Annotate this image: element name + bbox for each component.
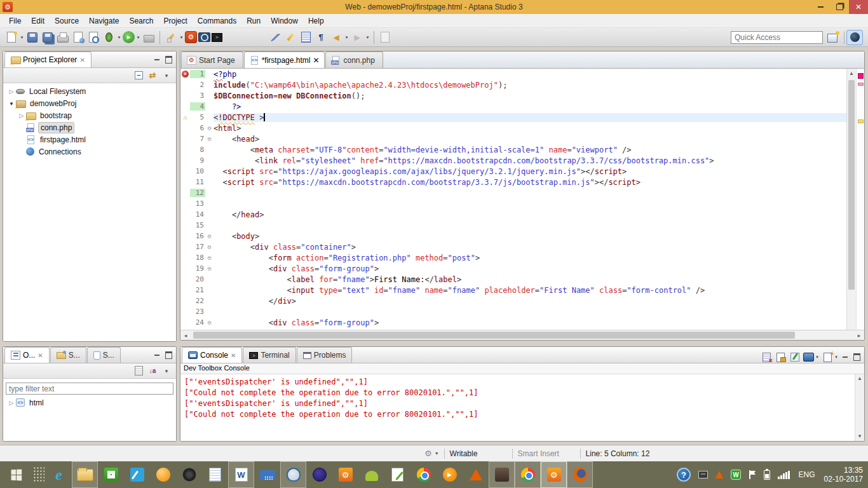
- scrollbar-thumb[interactable]: [848, 80, 855, 290]
- show-whitespace-icon[interactable]: [314, 30, 328, 44]
- tree-item-html[interactable]: ▷html: [3, 396, 176, 409]
- view-tab-o[interactable]: O...✕: [4, 347, 50, 363]
- taskbar-file-explorer[interactable]: [72, 461, 98, 488]
- code-line[interactable]: 22 </div>: [180, 295, 846, 306]
- tree-item-conn-php[interactable]: conn.php: [3, 121, 176, 133]
- code-line[interactable]: 10 <script src="https://ajax.googleapis.…: [180, 166, 846, 177]
- export-web-icon[interactable]: [71, 30, 85, 44]
- editor-tab-conn-php[interactable]: conn.php: [325, 51, 383, 68]
- taskbar-orange-ball-app[interactable]: [150, 461, 176, 488]
- dropdown-arrow-icon[interactable]: ▾: [116, 35, 122, 40]
- dropdown-arrow-icon[interactable]: ▾: [815, 355, 820, 360]
- code-line[interactable]: 6⊖<html>: [180, 123, 846, 133]
- menu-navigate[interactable]: Navigate: [84, 15, 124, 27]
- menu-source[interactable]: Source: [50, 15, 84, 27]
- quick-access-input[interactable]: [731, 31, 823, 44]
- console-tab-problems[interactable]: Problems: [297, 347, 353, 363]
- taskbar-chrome[interactable]: [410, 461, 437, 488]
- clock[interactable]: 13:35 02-10-2017: [824, 466, 863, 484]
- search-doc-icon[interactable]: [86, 30, 100, 44]
- dropdown-arrow-icon[interactable]: ▾: [179, 35, 184, 40]
- taskbar-chrome-running[interactable]: [515, 461, 541, 488]
- terminal-icon[interactable]: [212, 33, 222, 42]
- console-scrollbar[interactable]: ▲▼: [855, 374, 864, 441]
- code-line[interactable]: 2include("C:\wamp64\bin\apache\apache2.4…: [180, 79, 846, 90]
- network-signal-icon[interactable]: [778, 470, 790, 479]
- taskbar-touch-keyboard[interactable]: [254, 461, 280, 488]
- dropdown-arrow-icon[interactable]: ▼: [435, 451, 439, 456]
- close-button[interactable]: ✕: [849, 0, 868, 14]
- tree-item-firstpage-html[interactable]: firstpage.html: [3, 133, 176, 146]
- close-tab-icon[interactable]: ✕: [37, 352, 43, 359]
- action-center-flag-icon[interactable]: [749, 470, 756, 479]
- menu-file[interactable]: File: [4, 15, 26, 27]
- view-tab-s[interactable]: S...: [87, 347, 121, 363]
- editor-vertical-scrollbar[interactable]: ▲: [846, 69, 856, 330]
- forward-icon[interactable]: [350, 30, 364, 44]
- save-all-icon[interactable]: [41, 30, 55, 44]
- collapse-all-icon[interactable]: [133, 70, 144, 81]
- maximize-view-icon[interactable]: [163, 350, 173, 360]
- minimize-view-icon[interactable]: [152, 350, 162, 360]
- minimize-view-icon[interactable]: [840, 352, 850, 362]
- statusbar-gear-icon[interactable]: ⚙: [424, 449, 432, 458]
- close-tab-icon[interactable]: ✕: [313, 56, 319, 65]
- taskbar-internet-explorer[interactable]: e: [46, 461, 72, 488]
- taskbar-dark-disc-app[interactable]: [176, 461, 202, 488]
- code-line[interactable]: 12: [180, 187, 846, 198]
- web-perspective-icon[interactable]: [846, 30, 863, 45]
- taskbar-notepad[interactable]: [202, 461, 228, 488]
- scroll-left-arrow-icon[interactable]: ◂: [180, 332, 191, 339]
- taskbar-notepad-plus-plus[interactable]: [384, 461, 410, 488]
- code-line[interactable]: 21 <input type="text" id="fname" name="f…: [180, 285, 846, 295]
- maximize-view-icon[interactable]: [163, 55, 173, 65]
- tree-item-connections[interactable]: Connections: [3, 146, 176, 158]
- new-wizard-icon[interactable]: [4, 30, 18, 44]
- error-annotation[interactable]: [858, 73, 864, 79]
- console-tab-terminal[interactable]: Terminal: [243, 347, 295, 363]
- tab-project-explorer[interactable]: Project Explorer ✕: [4, 51, 92, 67]
- code-line[interactable]: 24⊖ <div class="form-group">: [180, 317, 846, 328]
- display-selected-console-icon[interactable]: [803, 351, 815, 363]
- minimize-view-icon[interactable]: [152, 55, 162, 65]
- code-line[interactable]: 18⊖ <form action="Registration.php" meth…: [180, 252, 846, 263]
- tree-item-bootstrap[interactable]: ▷bootstrap: [3, 109, 176, 121]
- error-marker-icon[interactable]: ×: [180, 71, 190, 78]
- code-editor[interactable]: ×1<?php2include("C:\wamp64\bin\apache\ap…: [180, 69, 846, 330]
- fold-marker-icon[interactable]: ⊖: [205, 265, 214, 272]
- fold-marker-icon[interactable]: ⊖: [205, 125, 214, 132]
- save-icon[interactable]: [25, 30, 39, 44]
- menu-edit[interactable]: Edit: [26, 15, 50, 27]
- expand-arrow-icon[interactable]: ▷: [7, 88, 16, 95]
- minimize-button[interactable]: [811, 0, 830, 14]
- menu-run[interactable]: Run: [241, 15, 266, 27]
- taskbar-aptana-running[interactable]: ⚙: [541, 461, 567, 488]
- scroll-right-arrow-icon[interactable]: ▸: [854, 332, 864, 339]
- help-tray-icon[interactable]: ?: [677, 468, 691, 482]
- taskbar-green-store-app[interactable]: [98, 461, 124, 488]
- expand-arrow-icon[interactable]: ▷: [7, 400, 16, 406]
- vlc-tray-icon[interactable]: [715, 471, 723, 478]
- code-line[interactable]: 20 <label for="fname">First Name:</label…: [180, 274, 846, 285]
- taskbar-word[interactable]: W: [228, 461, 254, 488]
- code-line[interactable]: 3$DBConnection=new DBConnection();: [180, 90, 846, 101]
- last-edit-icon[interactable]: [378, 30, 392, 44]
- dropdown-arrow-icon[interactable]: ▾: [135, 35, 141, 40]
- dropdown-arrow-icon[interactable]: ▾: [834, 355, 839, 360]
- start-button[interactable]: [0, 461, 32, 488]
- code-line[interactable]: ⚠5<!DOCTYPE >: [180, 112, 846, 123]
- close-tab-icon[interactable]: ✕: [79, 57, 85, 64]
- code-line[interactable]: 9 <link rel="stylesheet" href="https://m…: [180, 155, 846, 166]
- menu-project[interactable]: Project: [158, 15, 192, 27]
- link-with-editor-icon[interactable]: [147, 70, 158, 81]
- taskbar-aptana-studio[interactable]: ⚙: [332, 461, 358, 488]
- taskbar-android[interactable]: [358, 461, 384, 488]
- print-icon[interactable]: [56, 30, 70, 44]
- scroll-lock-icon[interactable]: [775, 351, 787, 363]
- show-hidden-icons[interactable]: [698, 471, 708, 478]
- sort-alphabetically-icon[interactable]: [147, 365, 158, 377]
- tree-item-demowebproj[interactable]: ▾demowebProj: [3, 97, 176, 109]
- view-menu-icon[interactable]: [161, 70, 172, 81]
- brush-icon[interactable]: [164, 30, 178, 44]
- code-line[interactable]: 23: [180, 306, 846, 317]
